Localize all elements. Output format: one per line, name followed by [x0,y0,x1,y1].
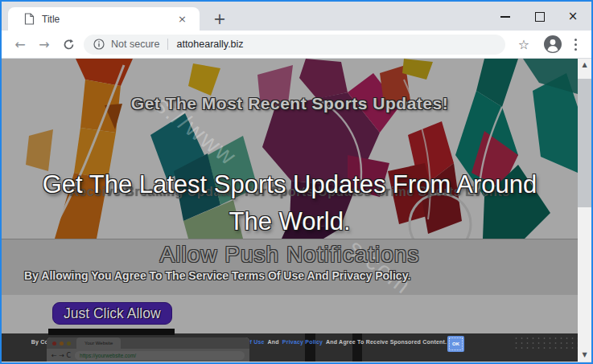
page-viewport: s://www s.com Get The Most Recent Sports… [2,59,591,362]
bookmark-star-icon[interactable]: ☆ [510,37,537,52]
window-close-icon[interactable]: × [567,10,579,22]
just-click-allow-button[interactable]: Just Click Allow [52,302,172,325]
omnibox-divider [167,39,168,50]
web-page: s://www s.com Get The Most Recent Sports… [2,59,578,362]
menu-icon[interactable] [568,39,585,51]
new-tab-button[interactable]: + [209,9,230,30]
push-notifications-heading: Allow Push Notifications [2,242,578,268]
main-heading-line2: The World. [2,203,578,240]
tab-strip: Title × + × [2,2,591,31]
security-label: Not secure [111,39,159,50]
scroll-up-icon[interactable]: ▲ [578,59,591,72]
back-icon[interactable]: ← [8,37,32,52]
tab-close-icon[interactable]: × [173,13,191,25]
demo-image-strip [48,329,175,335]
maximize-icon[interactable] [533,10,545,22]
dot-pattern [513,336,578,349]
consent-text-and: And [267,339,278,345]
top-headline: Get The Most Recent Sports Updates! [2,94,578,113]
refresh-icon[interactable] [56,39,80,51]
browser-toolbar: ← → Not secure attohearally.biz ☆ [2,31,591,59]
address-bar[interactable]: Not secure attohearally.biz [84,35,505,55]
main-heading: Get The Latest Sports Updates From Aroun… [2,166,578,240]
mini-browser-mockup: Your Website ← → C https://yourwebsite.c… [47,337,249,362]
privacy-policy-link[interactable]: Privacy Policy [282,339,323,345]
url-text[interactable]: attohearally.biz [176,39,243,50]
tab-title: Title [42,14,173,25]
scroll-down-icon[interactable]: ▼ [578,349,591,362]
forward-icon[interactable]: → [32,37,56,52]
consent-text-after: And Agree To Receive Sponsored Content. [326,339,447,345]
main-heading-line1: Get The Latest Sports Updates From Aroun… [2,166,578,203]
browser-window: Title × + × ← → Not secure att [0,0,593,364]
minimize-icon[interactable] [500,10,511,22]
browser-tab[interactable]: Title × [8,7,200,31]
scrollbar-thumb[interactable] [578,79,591,207]
mini-browser-shade [47,337,249,362]
avatar-icon[interactable] [544,35,562,53]
window-controls: × [500,2,585,31]
vertical-scrollbar[interactable]: ▲ ▼ [578,59,591,362]
ok-button[interactable]: OK [447,336,464,352]
push-terms-text: By Allowing You Agree To The Service Ter… [2,269,578,282]
info-icon[interactable] [93,39,105,50]
document-icon [24,13,35,25]
